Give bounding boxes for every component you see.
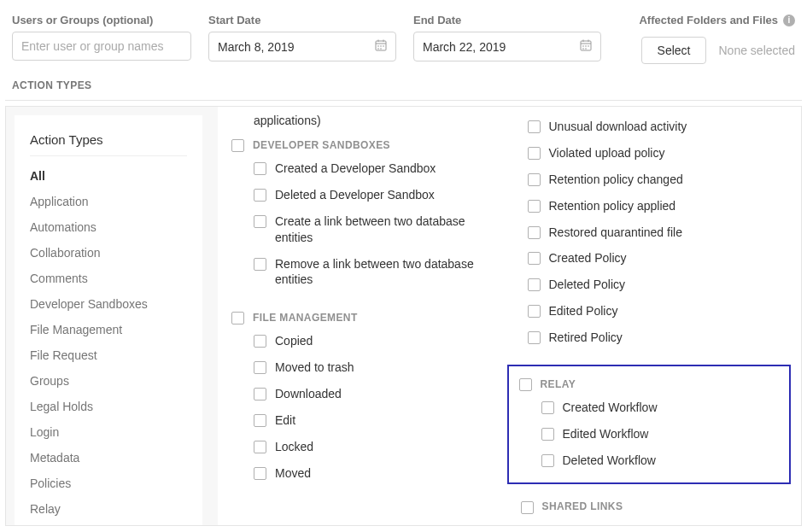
checkbox-row: Created Workflow xyxy=(509,395,785,421)
column-a: applications) DEVELOPER SANDBOXES Create… xyxy=(221,114,502,525)
action-types-panel: Action Types All Application Automations… xyxy=(5,106,802,526)
svg-point-8 xyxy=(380,48,382,50)
sidebar-item-login[interactable]: Login xyxy=(15,419,202,445)
checkbox-create-link[interactable] xyxy=(254,215,266,228)
sidebar-nav-list: All Application Automations Collaboratio… xyxy=(15,160,202,525)
checkbox-created-developer-sandbox[interactable] xyxy=(254,162,266,175)
divider xyxy=(5,100,802,101)
users-input[interactable] xyxy=(12,32,191,61)
category-header: SHARED LINKS xyxy=(511,496,792,517)
category-title: SHARED LINKS xyxy=(542,500,623,512)
sidebar[interactable]: Action Types All Application Automations… xyxy=(6,107,218,525)
checkbox-row: Created Policy xyxy=(511,245,792,272)
checkbox-retention-changed[interactable] xyxy=(528,173,541,186)
checkbox-row: Deleted Workflow xyxy=(509,447,785,474)
column-b: Unusual download activity Violated uploa… xyxy=(511,114,792,525)
checkbox-locked[interactable] xyxy=(254,441,266,453)
sidebar-item-application[interactable]: Application xyxy=(15,189,202,214)
checkbox-deleted-developer-sandbox[interactable] xyxy=(254,189,266,202)
checkbox-row: Create a link between two database entit… xyxy=(221,208,502,251)
checkbox-created-workflow[interactable] xyxy=(541,401,554,414)
category-checkbox-file-management[interactable] xyxy=(231,312,244,324)
checkbox-label: Retention policy changed xyxy=(549,172,683,188)
svg-point-6 xyxy=(383,45,384,47)
sidebar-item-collaboration[interactable]: Collaboration xyxy=(15,240,202,266)
checkbox-restored-quarantine[interactable] xyxy=(528,226,541,239)
start-date-input[interactable]: March 8, 2019 xyxy=(208,32,396,61)
checkbox-label: Copied xyxy=(275,333,313,349)
checkbox-label: Deleted a Developer Sandbox xyxy=(275,187,435,203)
svg-point-5 xyxy=(380,45,382,47)
svg-point-16 xyxy=(582,48,584,50)
end-date-label: End Date xyxy=(413,14,601,26)
checkbox-violated-upload[interactable] xyxy=(528,147,541,160)
relay-highlight-box: RELAY Created Workflow Edited Workflow xyxy=(507,365,792,484)
checkbox-unusual-download[interactable] xyxy=(528,120,541,133)
checkbox-deleted-workflow[interactable] xyxy=(541,454,554,467)
start-date-group: Start Date March 8, 2019 xyxy=(208,14,396,61)
checkbox-row: Retention policy applied xyxy=(511,193,792,219)
checkbox-row: Remove a link between two database entit… xyxy=(221,251,502,294)
checkbox-row: Created a Developer Sandbox xyxy=(221,155,502,182)
checkbox-moved-to-trash[interactable] xyxy=(254,361,266,374)
sidebar-item-automations[interactable]: Automations xyxy=(15,214,202,240)
start-date-value: March 8, 2019 xyxy=(218,40,295,54)
checkbox-columns: applications) DEVELOPER SANDBOXES Create… xyxy=(221,114,791,525)
svg-point-4 xyxy=(377,45,379,47)
svg-point-17 xyxy=(585,48,587,50)
checkbox-area[interactable]: applications) DEVELOPER SANDBOXES Create… xyxy=(218,107,801,525)
end-date-group: End Date March 22, 2019 xyxy=(413,14,601,61)
checkbox-row: Moved xyxy=(221,460,502,487)
sidebar-item-legal-holds[interactable]: Legal Holds xyxy=(15,394,202,419)
sidebar-item-all[interactable]: All xyxy=(15,163,202,189)
category-policies-continued: Unusual download activity Violated uploa… xyxy=(511,114,792,351)
category-relay: RELAY Created Workflow Edited Workflow xyxy=(509,373,785,474)
sidebar-item-policies[interactable]: Policies xyxy=(15,471,202,496)
start-date-label: Start Date xyxy=(208,14,396,26)
sidebar-item-relay[interactable]: Relay xyxy=(15,496,202,522)
checkbox-row: Deleted Policy xyxy=(511,272,792,298)
checkbox-deleted-policy[interactable] xyxy=(528,278,541,291)
checkbox-edit[interactable] xyxy=(254,414,266,427)
sidebar-item-file-request[interactable]: File Request xyxy=(15,342,202,368)
select-button[interactable]: Select xyxy=(641,37,707,64)
checkbox-row: Copied xyxy=(221,328,502,354)
end-date-input[interactable]: March 22, 2019 xyxy=(413,32,601,61)
checkbox-row: Violated upload policy xyxy=(511,140,792,167)
checkbox-created-policy[interactable] xyxy=(528,252,541,265)
affected-controls: Select None selected xyxy=(639,37,795,64)
sidebar-inner: Action Types All Application Automations… xyxy=(15,115,202,525)
checkbox-edited-workflow[interactable] xyxy=(541,428,554,441)
info-icon[interactable]: i xyxy=(783,15,795,26)
checkbox-remove-link[interactable] xyxy=(254,258,266,271)
checkbox-downloaded[interactable] xyxy=(254,388,266,400)
svg-point-7 xyxy=(377,48,379,50)
sidebar-item-developer-sandboxes[interactable]: Developer Sandboxes xyxy=(15,291,202,317)
sidebar-item-groups[interactable]: Groups xyxy=(15,368,202,394)
checkbox-edited-policy[interactable] xyxy=(528,305,541,318)
checkbox-retired-policy[interactable] xyxy=(528,331,541,344)
category-header: FILE MANAGEMENT xyxy=(221,307,502,328)
checkbox-row: Edit xyxy=(221,407,502,434)
sidebar-item-comments[interactable]: Comments xyxy=(15,266,202,291)
checkbox-label: Retired Policy xyxy=(549,330,623,346)
checkbox-label: Created Policy xyxy=(549,250,627,266)
checkbox-label: Unusual download activity xyxy=(549,119,687,135)
checkbox-copied[interactable] xyxy=(254,335,266,348)
svg-point-15 xyxy=(588,45,589,47)
category-checkbox-shared-links[interactable] xyxy=(521,501,534,514)
checkbox-moved[interactable] xyxy=(254,467,266,480)
category-checkbox-relay[interactable] xyxy=(519,378,532,391)
category-file-management: FILE MANAGEMENT Copied Moved to trash Do… xyxy=(221,307,502,486)
checkbox-row: Deleted a Developer Sandbox xyxy=(221,182,502,208)
prev-category-trailing-text: applications) xyxy=(221,114,502,127)
svg-point-13 xyxy=(582,45,584,47)
category-shared-links: SHARED LINKS xyxy=(511,496,792,517)
sidebar-item-shared-links[interactable]: Shared Links xyxy=(15,522,202,525)
sidebar-title: Action Types xyxy=(15,115,202,155)
category-checkbox-developer-sandboxes[interactable] xyxy=(231,139,244,152)
sidebar-item-metadata[interactable]: Metadata xyxy=(15,445,202,471)
sidebar-item-file-management[interactable]: File Management xyxy=(15,317,202,342)
checkbox-row: Locked xyxy=(221,434,502,460)
checkbox-retention-applied[interactable] xyxy=(528,200,541,213)
